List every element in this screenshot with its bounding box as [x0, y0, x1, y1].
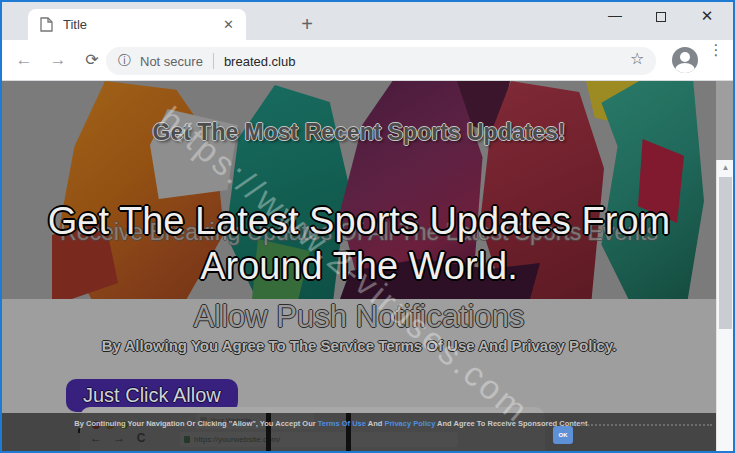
terms-of-use-link[interactable]: Terms Of Use — [318, 419, 366, 428]
main-heading: Get The Latest Sports Updates From Aroun… — [12, 199, 706, 289]
tab-title: Title — [63, 17, 219, 32]
page-favicon-icon — [40, 17, 53, 32]
tab-close-icon[interactable]: ✕ — [219, 17, 238, 32]
top-heading: Get The Most Recent Sports Updates! — [2, 119, 716, 146]
maximize-button[interactable] — [639, 2, 683, 32]
title-bar: Title ✕ + — ✕ — [2, 2, 733, 40]
ok-button[interactable]: OK — [553, 426, 573, 444]
push-title: Allow Push Notifications — [2, 299, 716, 335]
profile-avatar[interactable] — [672, 47, 698, 73]
reload-icon[interactable]: ⟳ — [80, 48, 104, 72]
consent-text: By Continuing Your Navigation Or Clickin… — [62, 419, 602, 428]
omnibox-divider — [213, 53, 214, 69]
menu-dots-icon[interactable]: ⋮ — [708, 45, 724, 55]
bookmark-star-icon[interactable]: ☆ — [630, 49, 644, 68]
minimize-button[interactable]: — — [593, 2, 637, 32]
sports-hero-image: Get The Most Recent Sports Updates! Rece… — [2, 81, 716, 299]
url-text: breated.club — [224, 54, 296, 69]
security-label: Not secure — [140, 54, 203, 69]
consent-conjunction: And — [366, 419, 384, 428]
forward-icon[interactable]: → — [46, 48, 70, 72]
browser-tab[interactable]: Title ✕ — [28, 9, 246, 40]
scroll-up-icon[interactable]: ▲ — [717, 163, 733, 172]
browser-window: Title ✕ + — ✕ ← → ⟳ ⓘ Not secure breated… — [0, 0, 735, 453]
dotted-divider — [580, 424, 712, 426]
info-icon[interactable]: ⓘ — [118, 52, 131, 70]
address-bar[interactable]: ⓘ Not secure breated.club — [106, 47, 656, 75]
avatar-head — [680, 52, 690, 62]
privacy-policy-link[interactable]: Privacy Policy — [384, 419, 435, 428]
page-content: Get The Most Recent Sports Updates! Rece… — [2, 81, 733, 451]
new-tab-button[interactable]: + — [294, 12, 320, 38]
scrollbar-thumb[interactable] — [719, 177, 732, 329]
consent-bar: By Continuing Your Navigation Or Clickin… — [2, 413, 716, 451]
vertical-scrollbar[interactable]: ▲ ▼ — [716, 160, 733, 451]
push-subtitle: By Allowing You Agree To The Service Ter… — [2, 337, 716, 354]
back-icon[interactable]: ← — [12, 48, 36, 72]
close-button[interactable]: ✕ — [685, 2, 729, 32]
maximize-icon — [656, 12, 666, 22]
consent-prefix: By Continuing Your Navigation Or Clickin… — [74, 419, 317, 428]
avatar-body — [675, 63, 695, 73]
browser-toolbar: ← → ⟳ ⓘ Not secure breated.club ☆ ⋮ — [2, 40, 733, 81]
